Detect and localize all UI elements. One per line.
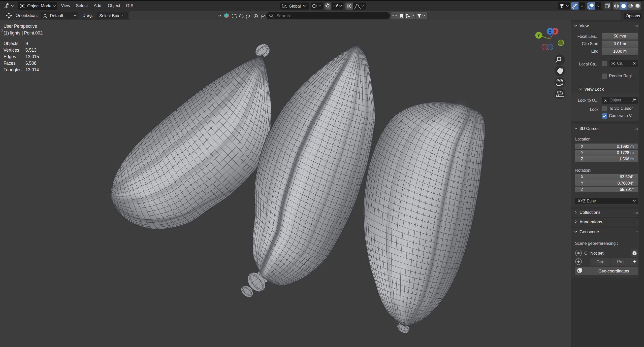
svg-text:Y: Y [537,33,540,38]
svg-text:Z: Z [549,29,551,33]
svg-text:X: X [554,29,556,33]
